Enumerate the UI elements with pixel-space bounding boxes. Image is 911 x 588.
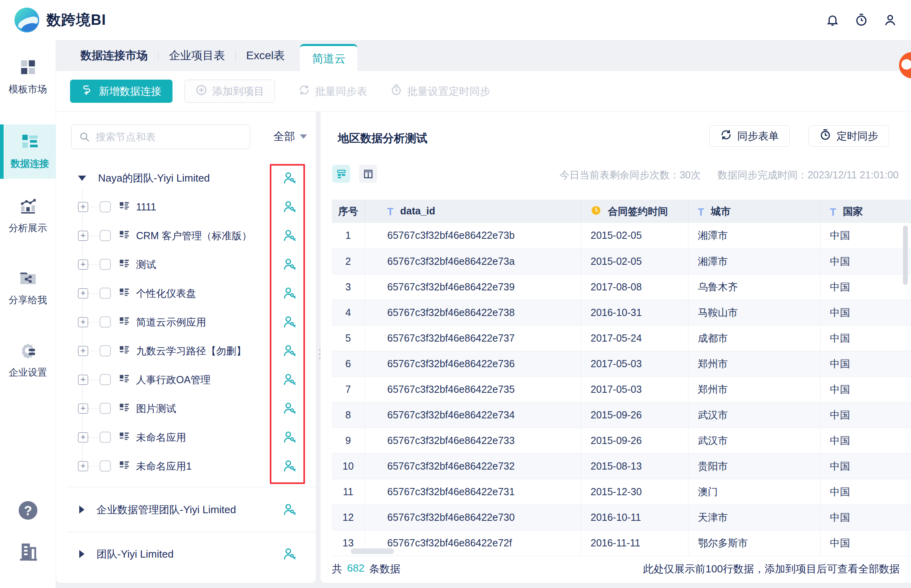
cell-country: 中国 xyxy=(820,376,911,402)
expand-plus-icon[interactable]: + xyxy=(78,404,88,414)
company-icon[interactable] xyxy=(0,541,56,562)
expand-plus-icon[interactable]: + xyxy=(78,260,88,270)
app-form-icon xyxy=(119,345,130,357)
cell-country: 中国 xyxy=(820,274,911,300)
search-input[interactable] xyxy=(96,131,228,143)
add-to-project-button[interactable]: 添加到项目 xyxy=(185,80,275,103)
cell-data-id: 65767c3f32bf46e86422e73b xyxy=(365,223,581,248)
cell-country: 中国 xyxy=(820,300,911,325)
remaining-sync-count: 今日当前表剩余同步次数：30次 xyxy=(560,168,701,182)
app-checkbox[interactable] xyxy=(100,230,111,241)
card-view-toggle[interactable] xyxy=(332,165,350,183)
sidebar-item-enterprise-settings[interactable]: 企业设置 xyxy=(0,341,56,379)
authorize-user-icon[interactable] xyxy=(283,402,296,415)
app-checkbox[interactable] xyxy=(100,288,111,299)
sidebar-item-data-connection[interactable]: 数据连接 xyxy=(0,124,56,179)
batch-sync-tables-button[interactable]: 批量同步表 xyxy=(298,84,367,99)
sidebar-item-template-market[interactable]: 模板市场 xyxy=(0,58,56,96)
tree-group-team[interactable]: 团队-Yiyi Limited xyxy=(56,540,316,568)
tree-app-row[interactable]: + 图片测试 xyxy=(56,394,316,423)
scheduled-sync-button[interactable]: 定时同步 xyxy=(809,125,889,147)
sidebar-item-shared-with-me[interactable]: 分享给我 xyxy=(0,269,56,306)
table-column-header[interactable]: T 国家 xyxy=(820,200,911,223)
app-checkbox[interactable] xyxy=(100,403,111,414)
table-row: 11 65767c3f32bf46e86422e731 2015-12-30 澳… xyxy=(332,479,911,504)
authorize-user-icon[interactable] xyxy=(283,258,296,271)
expand-plus-icon[interactable]: + xyxy=(78,231,88,241)
authorize-user-icon[interactable] xyxy=(283,547,296,561)
panel-resize-handle[interactable]: ⋮ xyxy=(314,351,322,357)
table-row: 2 65767c3f32bf46e86422e73a 2015-02-05 湘潭… xyxy=(332,248,911,274)
app-checkbox[interactable] xyxy=(100,374,111,385)
expand-plus-icon[interactable]: + xyxy=(78,461,88,471)
tree-group-enterprise-data[interactable]: 企业数据管理团队-Yiyi Limited xyxy=(56,495,316,524)
timer-icon[interactable] xyxy=(854,13,869,27)
app-checkbox[interactable] xyxy=(100,201,111,212)
scope-filter-dropdown[interactable]: 全部 xyxy=(273,129,307,144)
cell-country: 中国 xyxy=(820,325,911,351)
table-column-header[interactable]: 序号 xyxy=(332,200,365,223)
cell-city: 湘潭市 xyxy=(688,248,820,274)
app-checkbox[interactable] xyxy=(100,316,111,328)
app-form-icon xyxy=(119,316,130,328)
cell-country: 中国 xyxy=(820,479,911,504)
authorize-user-icon[interactable] xyxy=(283,171,296,185)
authorize-user-icon[interactable] xyxy=(283,344,296,358)
app-checkbox[interactable] xyxy=(100,460,111,472)
authorize-user-icon[interactable] xyxy=(283,459,296,473)
svg-text:?: ? xyxy=(24,503,32,518)
tree-app-row[interactable]: + 测试 xyxy=(56,250,316,279)
horizontal-scrollbar[interactable] xyxy=(351,548,394,554)
app-label: 测试 xyxy=(136,258,156,271)
authorize-user-icon[interactable] xyxy=(283,315,296,329)
tab-jiandaoyun-active[interactable]: 简道云 xyxy=(300,44,357,71)
tree-app-row[interactable]: + 九数云学习路径【勿删】 xyxy=(56,336,316,365)
cell-city: 成都市 xyxy=(688,325,820,351)
tree-group-naya[interactable]: Naya的团队-Yiyi Limited xyxy=(56,164,316,192)
tree-app-row[interactable]: + 未命名应用1 xyxy=(56,452,316,480)
cell-contract-date: 2015-09-26 xyxy=(581,402,688,428)
authorize-user-icon[interactable] xyxy=(283,430,296,444)
expand-plus-icon[interactable]: + xyxy=(78,288,88,298)
expand-plus-icon[interactable]: + xyxy=(78,317,88,327)
bell-icon[interactable] xyxy=(825,13,840,27)
tree-app-row[interactable]: + 人事行政OA管理 xyxy=(56,365,316,394)
authorize-user-icon[interactable] xyxy=(283,503,296,516)
authorize-user-icon[interactable] xyxy=(283,286,296,300)
expand-plus-icon[interactable]: + xyxy=(78,346,88,356)
expand-triangle-icon[interactable] xyxy=(79,550,84,558)
tree-app-row[interactable]: + 个性化仪表盘 xyxy=(56,279,316,308)
batch-schedule-sync-button[interactable]: 批量设置定时同步 xyxy=(390,84,490,99)
table-header-row: 序号 T data_id 合同签约时间 T 城市 T 国家 xyxy=(332,200,911,223)
expand-plus-icon[interactable]: + xyxy=(78,432,88,442)
tree-app-row[interactable]: + 简道云示例应用 xyxy=(56,308,316,336)
authorize-user-icon[interactable] xyxy=(283,200,296,214)
expand-plus-icon[interactable]: + xyxy=(78,202,88,212)
cell-data-id: 65767c3f32bf46e86422e733 xyxy=(365,428,581,453)
authorize-user-icon[interactable] xyxy=(283,229,296,242)
tree-app-row[interactable]: + 未命名应用 xyxy=(56,423,316,452)
user-icon[interactable] xyxy=(883,13,897,27)
table-column-header[interactable]: T data_id xyxy=(365,200,581,223)
app-checkbox[interactable] xyxy=(100,259,111,270)
new-data-connection-button[interactable]: 新增数据连接 xyxy=(70,80,173,103)
app-checkbox[interactable] xyxy=(100,432,111,443)
tree-app-row[interactable]: + CRM 客户管理（标准版） xyxy=(56,221,316,250)
table-view-toggle[interactable] xyxy=(359,165,377,183)
tree-app-row[interactable]: + 1111 xyxy=(56,192,316,221)
vertical-scrollbar[interactable] xyxy=(903,226,908,285)
expand-triangle-icon[interactable] xyxy=(79,506,84,514)
cell-data-id: 65767c3f32bf46e86422e73a xyxy=(365,248,581,274)
app-checkbox[interactable] xyxy=(100,345,111,356)
sidebar-item-analysis-display[interactable]: 分析展示 xyxy=(0,197,56,234)
expand-plus-icon[interactable]: + xyxy=(78,375,88,385)
sync-form-button[interactable]: 同步表单 xyxy=(709,125,790,147)
table-column-header[interactable]: T 城市 xyxy=(688,200,820,223)
table-column-header[interactable]: 合同签约时间 xyxy=(581,200,688,223)
tab-enterprise-project-table[interactable]: 企业项目表 xyxy=(159,48,235,63)
tab-excel-table[interactable]: Excel表 xyxy=(236,48,295,63)
authorize-user-icon[interactable] xyxy=(283,373,296,386)
collapse-triangle-icon[interactable] xyxy=(78,176,86,181)
help-icon[interactable]: ? xyxy=(0,499,56,522)
tab-data-connection-market[interactable]: 数据连接市场 xyxy=(70,48,158,63)
